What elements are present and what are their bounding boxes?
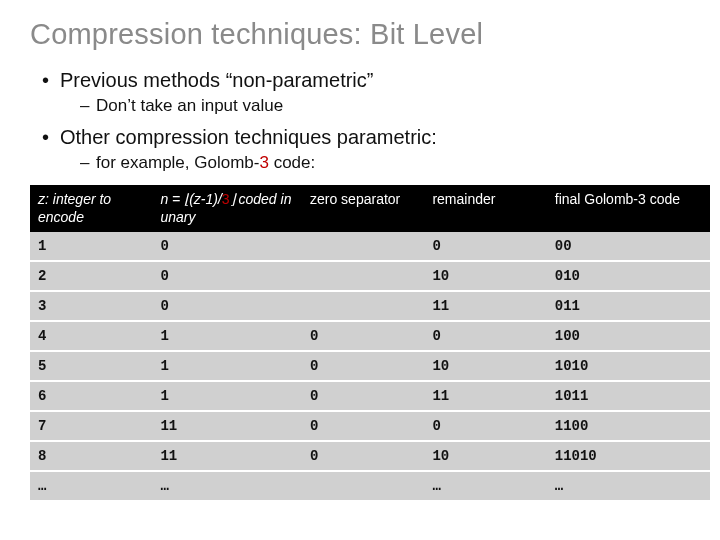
table-head: z: integer to encode n = ⌊(z-1)/3⌋ coded… [30, 185, 710, 232]
header-z: z: integer to encode [30, 185, 152, 232]
cell-code: … [547, 471, 710, 501]
table-row: 711001100 [30, 411, 710, 441]
cell-n: 1 [152, 381, 302, 411]
sub-bullet-golomb: for example, Golomb-3 code: [96, 153, 690, 173]
cell-rem: 10 [424, 351, 546, 381]
cell-code: 010 [547, 261, 710, 291]
table-row: ………… [30, 471, 710, 501]
cell-code: 1010 [547, 351, 710, 381]
cell-sep [302, 291, 424, 321]
header-code: final Golomb-3 code [547, 185, 710, 232]
slide: Compression techniques: Bit Level Previo… [0, 0, 720, 502]
cell-code: 011 [547, 291, 710, 321]
cell-n: 11 [152, 411, 302, 441]
header-sep: zero separator [302, 185, 424, 232]
table-row: 4100100 [30, 321, 710, 351]
cell-code: 11010 [547, 441, 710, 471]
cell-sep: 0 [302, 381, 424, 411]
cell-z: 7 [30, 411, 152, 441]
cell-rem: 0 [424, 411, 546, 441]
cell-sep [302, 232, 424, 261]
header-n-num: 3 [222, 191, 230, 207]
table-row: 2010010 [30, 261, 710, 291]
cell-sep: 0 [302, 351, 424, 381]
bullet-nonparametric: Previous methods “non-parametric” Don’t … [60, 69, 690, 116]
cell-code: 1011 [547, 381, 710, 411]
cell-sep: 0 [302, 411, 424, 441]
header-n-pre: n = ⌊(z-1)/ [160, 191, 221, 207]
cell-z: 4 [30, 321, 152, 351]
cell-code: 00 [547, 232, 710, 261]
table-row: 510101010 [30, 351, 710, 381]
header-rem: remainder [424, 185, 546, 232]
cell-code: 100 [547, 321, 710, 351]
cell-rem: 0 [424, 321, 546, 351]
table-body: 1000020100103011011410010051010101061011… [30, 232, 710, 501]
bullet-list: Previous methods “non-parametric” Don’t … [40, 69, 690, 173]
cell-z: 8 [30, 441, 152, 471]
golomb-suffix: code: [269, 153, 315, 172]
golomb-table: z: integer to encode n = ⌊(z-1)/3⌋ coded… [30, 185, 710, 502]
cell-sep [302, 261, 424, 291]
cell-n: 0 [152, 291, 302, 321]
bullet-text: Other compression techniques parametric: [60, 126, 437, 148]
golomb-number: 3 [259, 153, 268, 172]
cell-sep: 0 [302, 321, 424, 351]
cell-rem: 11 [424, 381, 546, 411]
cell-rem: 10 [424, 261, 546, 291]
page-title: Compression techniques: Bit Level [30, 18, 690, 51]
cell-rem: … [424, 471, 546, 501]
header-n: n = ⌊(z-1)/3⌋ coded in unary [152, 185, 302, 232]
cell-n: 0 [152, 261, 302, 291]
cell-n: 1 [152, 351, 302, 381]
cell-sep [302, 471, 424, 501]
cell-z: 5 [30, 351, 152, 381]
table-row: 610111011 [30, 381, 710, 411]
cell-z: 2 [30, 261, 152, 291]
cell-z: 6 [30, 381, 152, 411]
golomb-prefix: for example, Golomb- [96, 153, 259, 172]
cell-z: 3 [30, 291, 152, 321]
table-row: 3011011 [30, 291, 710, 321]
cell-z: 1 [30, 232, 152, 261]
cell-sep: 0 [302, 441, 424, 471]
cell-z: … [30, 471, 152, 501]
sub-bullet-list: Don’t take an input value [78, 96, 690, 116]
cell-n: 11 [152, 441, 302, 471]
cell-code: 1100 [547, 411, 710, 441]
cell-rem: 0 [424, 232, 546, 261]
bullet-parametric: Other compression techniques parametric:… [60, 126, 690, 173]
bullet-text: Previous methods “non-parametric” [60, 69, 373, 91]
table-row: 10000 [30, 232, 710, 261]
cell-rem: 11 [424, 291, 546, 321]
header-row: z: integer to encode n = ⌊(z-1)/3⌋ coded… [30, 185, 710, 232]
sub-bullet-list: for example, Golomb-3 code: [78, 153, 690, 173]
cell-n: … [152, 471, 302, 501]
cell-n: 1 [152, 321, 302, 351]
sub-bullet-no-input: Don’t take an input value [96, 96, 690, 116]
table-row: 81101011010 [30, 441, 710, 471]
cell-n: 0 [152, 232, 302, 261]
cell-rem: 10 [424, 441, 546, 471]
